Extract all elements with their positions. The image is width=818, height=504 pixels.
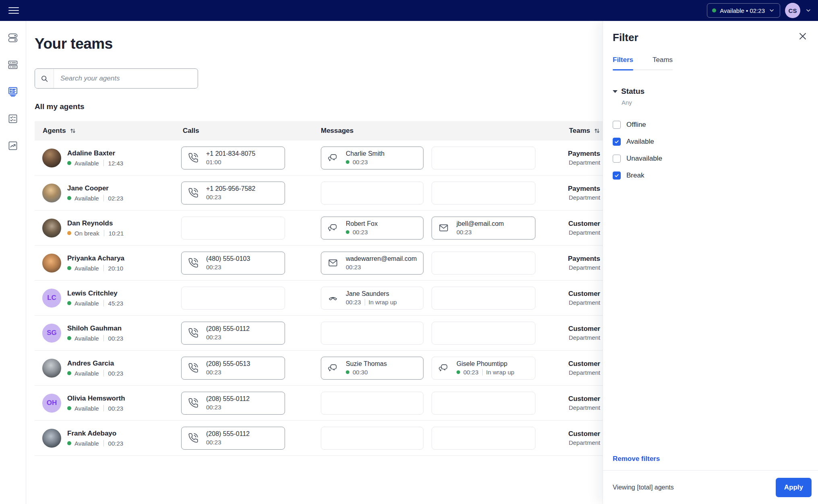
table-row[interactable]: Dan ReynoldsOn break10:21Robert Fox00:23…	[35, 211, 603, 246]
status-option-available[interactable]: Available	[613, 133, 808, 150]
chat-icon	[328, 363, 338, 373]
chat-card[interactable]: Suzie Thomas00:30	[321, 357, 423, 380]
user-avatar[interactable]: CS	[785, 3, 800, 18]
checkbox[interactable]	[613, 155, 621, 163]
column-header-teams[interactable]: Teams	[535, 127, 603, 135]
checkbox[interactable]	[613, 121, 621, 129]
filter-panel-body: Status Any OfflineAvailableUnavailableBr…	[603, 70, 818, 455]
empty-card[interactable]	[321, 427, 423, 450]
column-header-agents[interactable]: Agents	[35, 127, 181, 135]
phone-card[interactable]: (208) 555-011200:23	[181, 322, 285, 345]
chevron-down-icon[interactable]	[805, 7, 812, 14]
table-row[interactable]: SGShiloh GauhmanAvailable00:23(208) 555-…	[35, 316, 603, 351]
card-text: (208) 555-011200:23	[206, 430, 250, 446]
chat-icon	[328, 223, 338, 233]
phone-card[interactable]: +1 201-834-807501:00	[181, 147, 285, 169]
agent-name: Adaline Baxter	[67, 149, 123, 157]
card-time: 01:00	[206, 159, 221, 165]
sidebar-item-routing-toggles[interactable]	[5, 31, 21, 47]
empty-card[interactable]	[432, 322, 535, 345]
team-name: Payments	[535, 255, 600, 263]
table-row[interactable]: Frank AdebayoAvailable00:23(208) 555-011…	[35, 421, 603, 456]
table-row[interactable]: Jane CooperAvailable02:23+1 205-956-7582…	[35, 176, 603, 211]
team-name: Customer	[535, 395, 600, 403]
sidebar-item-tasks-checklist[interactable]	[5, 112, 21, 128]
team-cell: CustomerDepartment	[535, 395, 603, 411]
team-name: Customer	[535, 430, 600, 438]
sidebar-item-agents-roster[interactable]	[5, 85, 21, 101]
search-input[interactable]	[54, 69, 198, 88]
empty-card[interactable]	[321, 392, 423, 415]
hamburger-menu-icon[interactable]	[8, 7, 19, 14]
sort-icon	[594, 128, 600, 134]
status-time: 00:23	[108, 335, 124, 342]
checkbox[interactable]	[613, 138, 621, 146]
messages-cell: Suzie Thomas00:30Gisele Phoumtipp00:23In…	[321, 357, 535, 380]
table-row[interactable]: OHOlivia HemsworthAvailable00:23(208) 55…	[35, 386, 603, 421]
chat-card[interactable]: Charlie Smith00:23	[321, 147, 423, 169]
card-title: Jane Saunders	[346, 290, 397, 297]
agent-info: Olivia HemsworthAvailable00:23	[67, 395, 125, 412]
phone-card[interactable]: (208) 555-051300:23	[181, 357, 285, 380]
sidebar-item-reports-chart[interactable]	[5, 138, 21, 155]
card-time: 00:23	[206, 439, 221, 446]
divider	[103, 160, 104, 166]
empty-card[interactable]	[432, 427, 535, 450]
empty-card[interactable]	[432, 287, 535, 310]
phone-card[interactable]: (480) 555-010300:23	[181, 252, 285, 275]
tab-filters[interactable]: Filters	[613, 56, 633, 70]
team-name: Payments	[535, 150, 600, 158]
empty-card[interactable]	[321, 182, 423, 204]
empty-card[interactable]	[181, 217, 285, 240]
messages-cell	[321, 392, 535, 415]
empty-card[interactable]	[321, 322, 423, 345]
empty-card[interactable]	[432, 182, 535, 204]
agent-status-dropdown[interactable]: Available • 02:23	[707, 3, 780, 18]
calls-cell: +1 205-956-758200:23	[181, 182, 321, 204]
filter-panel: Filter FiltersTeams Status Any OfflineAv…	[603, 21, 818, 504]
table-row[interactable]: Andres GarciaAvailable00:23(208) 555-051…	[35, 351, 603, 386]
empty-card[interactable]	[181, 287, 285, 310]
card-time: 00:23	[463, 369, 479, 376]
checkbox[interactable]	[613, 171, 621, 180]
team-name: Customer	[535, 290, 600, 298]
phone-card[interactable]: +1 205-956-758200:23	[181, 182, 285, 204]
status-option-break[interactable]: Break	[613, 167, 808, 184]
chat-card[interactable]: Robert Fox00:23	[321, 217, 423, 240]
status-option-offline[interactable]: Offline	[613, 116, 808, 133]
empty-card[interactable]	[432, 392, 535, 415]
apply-button[interactable]: Apply	[776, 478, 812, 497]
chat-card[interactable]: Gisele Phoumtipp00:23In wrap up	[432, 357, 535, 380]
card-subtitle: 00:23	[206, 334, 250, 341]
status-option-unavailable[interactable]: Unavailable	[613, 150, 808, 167]
phone-card[interactable]: (208) 555-011200:23	[181, 427, 285, 450]
routing-toggles-icon	[7, 32, 19, 45]
wrapup-card[interactable]: Jane Saunders00:23In wrap up	[321, 287, 423, 310]
empty-card[interactable]	[432, 252, 535, 275]
email-card[interactable]: jbell@email.com00:23	[432, 217, 535, 240]
tab-teams[interactable]: Teams	[653, 56, 673, 70]
status-options: OfflineAvailableUnavailableBreak	[613, 116, 808, 184]
agent-info: Dan ReynoldsOn break10:21	[67, 219, 124, 237]
card-time: 00:30	[353, 369, 368, 376]
agent-info: Jane CooperAvailable02:23	[67, 184, 123, 202]
empty-card[interactable]	[432, 147, 535, 169]
calls-cell: (208) 555-011200:23	[181, 392, 321, 415]
status-dot	[712, 8, 716, 12]
status-section-toggle[interactable]: Status	[613, 87, 808, 96]
table-row[interactable]: Priyanka AcharyaAvailable20:10(480) 555-…	[35, 246, 603, 281]
table-row[interactable]: LCLewis CritchleyAvailable45:23Jane Saun…	[35, 281, 603, 316]
card-subtitle: 00:23In wrap up	[457, 369, 514, 376]
avatar	[42, 219, 61, 238]
filter-panel-title: Filter	[613, 31, 638, 44]
close-icon[interactable]	[798, 31, 808, 41]
email-card[interactable]: wadewarren@email.com00:23	[321, 252, 423, 275]
wrapup-icon	[328, 293, 338, 303]
table-row[interactable]: Adaline BaxterAvailable12:43+1 201-834-8…	[35, 140, 603, 176]
card-time: 00:23	[206, 194, 221, 200]
sidebar-item-queues[interactable]	[5, 58, 21, 74]
agent-status: Available00:23	[67, 370, 123, 377]
calls-cell: (208) 555-011200:23	[181, 322, 321, 345]
phone-card[interactable]: (208) 555-011200:23	[181, 392, 285, 415]
remove-filters-link[interactable]: Remove filters	[613, 455, 660, 463]
